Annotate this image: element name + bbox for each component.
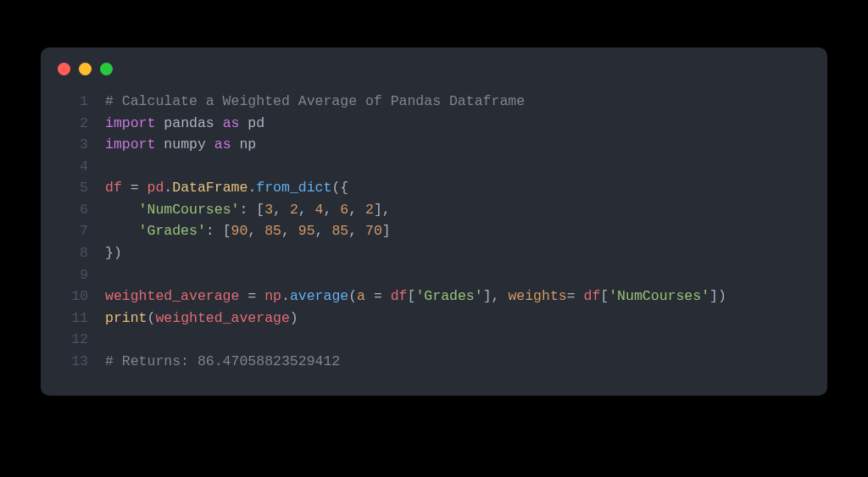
code-content: 'NumCourses': [3, 2, 4, 6, 2], xyxy=(105,199,391,221)
line-number: 7 xyxy=(58,220,88,242)
code-token: . xyxy=(248,180,256,196)
code-token: ] xyxy=(382,223,391,239)
code-token: df xyxy=(391,288,408,304)
line-number: 2 xyxy=(58,113,88,135)
code-line: 1# Calculate a Weighted Average of Panda… xyxy=(58,91,810,113)
code-token: 6 xyxy=(340,202,348,218)
code-token: 2 xyxy=(365,202,374,218)
code-content: print(weighted_average) xyxy=(105,308,298,330)
code-line: 9 xyxy=(58,264,810,286)
code-token: pandas xyxy=(155,115,222,131)
line-number: 4 xyxy=(58,156,88,178)
line-number: 1 xyxy=(58,91,88,113)
code-token: 'Grades' xyxy=(139,223,206,239)
line-number: 11 xyxy=(58,308,88,330)
code-token: np xyxy=(264,288,281,304)
code-token: # Returns: 86.47058823529412 xyxy=(105,353,340,369)
code-token: 'NumCourses' xyxy=(609,288,709,304)
code-token: 95 xyxy=(298,223,315,239)
code-token: import xyxy=(105,115,155,131)
code-token: , xyxy=(273,202,290,218)
line-number: 3 xyxy=(58,134,88,156)
close-icon[interactable] xyxy=(58,63,70,75)
line-number: 13 xyxy=(58,351,88,373)
code-token: from_dict xyxy=(256,180,331,196)
code-token: ]) xyxy=(709,288,726,304)
code-token: 90 xyxy=(231,223,248,239)
code-token: 'Grades' xyxy=(415,288,482,304)
code-token: 4 xyxy=(315,202,324,218)
code-content: import pandas as pd xyxy=(105,113,264,135)
code-line: 5df = pd.DataFrame.from_dict({ xyxy=(58,177,810,199)
code-token: a xyxy=(357,288,365,304)
code-token: : [ xyxy=(239,202,264,218)
code-token: . xyxy=(164,180,172,196)
code-token: : [ xyxy=(206,223,231,239)
code-content: # Calculate a Weighted Average of Pandas… xyxy=(105,91,525,113)
code-token: , xyxy=(248,223,264,239)
code-token: df xyxy=(105,180,122,196)
code-token: [ xyxy=(408,288,416,304)
code-token: np xyxy=(231,136,257,153)
code-token: , xyxy=(281,223,298,239)
code-token: import xyxy=(105,136,155,153)
code-token: pd xyxy=(147,180,164,196)
code-token: 2 xyxy=(290,202,298,218)
code-line: 7 'Grades': [90, 85, 95, 85, 70] xyxy=(58,220,810,242)
code-token: 70 xyxy=(365,223,382,239)
code-token: . xyxy=(281,288,290,304)
code-token: , xyxy=(324,202,341,218)
zoom-icon[interactable] xyxy=(100,63,113,75)
code-token: = xyxy=(567,288,584,304)
code-line: 10weighted_average = np.average(a = df['… xyxy=(58,286,810,308)
code-token: numpy xyxy=(155,136,214,153)
line-number: 10 xyxy=(58,286,88,308)
code-token: DataFrame xyxy=(172,180,248,196)
code-line: 4 xyxy=(58,156,810,178)
code-token: ({ xyxy=(331,180,348,196)
line-number: 5 xyxy=(58,177,88,199)
code-token: = xyxy=(365,288,391,304)
code-token: 'NumCourses' xyxy=(139,202,240,218)
code-line: 3import numpy as np xyxy=(58,134,810,156)
code-token: ], xyxy=(374,202,391,218)
minimize-icon[interactable] xyxy=(79,63,92,75)
code-content xyxy=(105,329,114,351)
code-token: print xyxy=(105,310,147,326)
code-token xyxy=(105,202,139,218)
code-token: ( xyxy=(348,288,357,304)
code-token: [ xyxy=(600,288,609,304)
code-token: # Calculate a Weighted Average of Pandas… xyxy=(105,93,525,109)
code-line: 12 xyxy=(58,329,810,351)
code-token: as xyxy=(223,115,240,131)
code-token: , xyxy=(348,202,365,218)
code-content: }) xyxy=(105,242,122,264)
code-content: 'Grades': [90, 85, 95, 85, 70] xyxy=(105,220,391,242)
line-number: 12 xyxy=(58,329,88,351)
code-token: pd xyxy=(239,115,264,131)
line-number: 6 xyxy=(58,199,88,221)
code-content: weighted_average = np.average(a = df['Gr… xyxy=(105,286,726,308)
code-token: 85 xyxy=(331,223,348,239)
code-token xyxy=(105,223,139,239)
code-line: 13# Returns: 86.47058823529412 xyxy=(58,351,810,373)
code-token: as xyxy=(214,136,231,153)
code-token: weighted_average xyxy=(155,310,289,326)
code-area: 1# Calculate a Weighted Average of Panda… xyxy=(41,82,827,396)
code-content: df = pd.DataFrame.from_dict({ xyxy=(105,177,348,199)
code-line: 11print(weighted_average) xyxy=(58,308,810,330)
code-token: , xyxy=(348,223,365,239)
code-token: average xyxy=(290,288,348,304)
code-line: 8}) xyxy=(58,242,810,264)
code-token: ) xyxy=(290,310,298,326)
line-number: 9 xyxy=(58,264,88,286)
titlebar xyxy=(41,47,827,82)
code-line: 6 'NumCourses': [3, 2, 4, 6, 2], xyxy=(58,199,810,221)
code-editor-window: 1# Calculate a Weighted Average of Panda… xyxy=(41,47,827,396)
code-token: df xyxy=(584,288,601,304)
code-content xyxy=(105,264,114,286)
code-token: 3 xyxy=(264,202,273,218)
code-token: , xyxy=(298,202,315,218)
code-token: }) xyxy=(105,245,122,261)
code-token: 85 xyxy=(264,223,281,239)
